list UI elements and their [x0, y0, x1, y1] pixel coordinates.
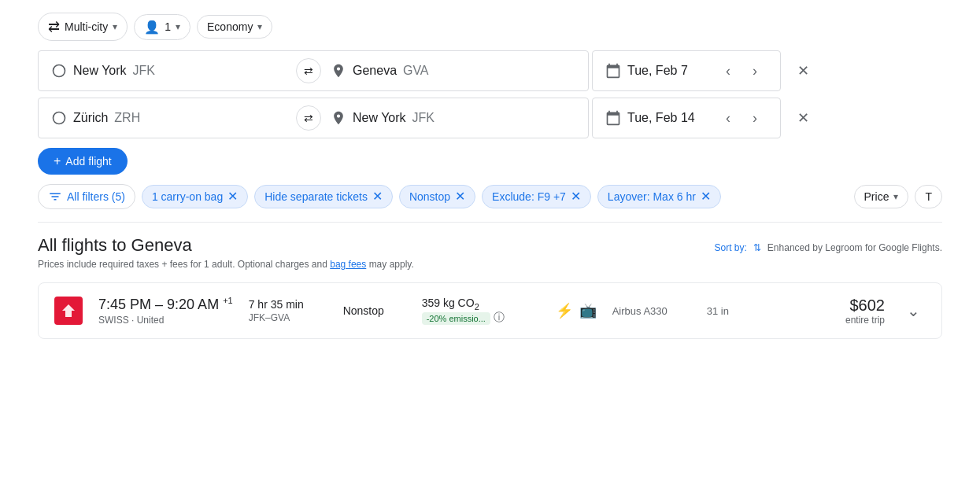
passengers-selector[interactable]: 👤 1 ▾	[134, 14, 190, 40]
stops-text-0: Nonstop	[343, 304, 406, 317]
flight-card-0[interactable]: 7:45 PM – 9:20 AM +1 SWISS · United 7 hr…	[38, 282, 942, 339]
expand-flight-0[interactable]: ⌄	[900, 298, 926, 323]
filter-chip-4[interactable]: Layover: Max 6 hr ✕	[597, 185, 721, 208]
results-header: All flights to Geneva Prices include req…	[38, 235, 942, 279]
chip-label-3: Exclude: F9 +7	[492, 190, 566, 203]
route-inputs-1: New York JFK ⇄ Geneva GVA	[38, 50, 589, 91]
swiss-cross-icon	[57, 300, 80, 322]
swap-icon: ⇄	[48, 18, 60, 35]
airline-logo-0	[54, 297, 83, 325]
filter-chip-1[interactable]: Hide separate tickets ✕	[254, 185, 393, 208]
bag-fees-link[interactable]: bag fees	[330, 259, 366, 270]
origin-city-2: Zürich ZRH	[73, 111, 140, 125]
filter-chip-0[interactable]: 1 carry-on bag ✕	[142, 185, 248, 208]
trip-type-selector[interactable]: ⇄ Multi-city ▾	[38, 13, 128, 41]
passengers-label: 1	[165, 20, 171, 33]
flight-times-0: 7:45 PM – 9:20 AM +1 SWISS · United	[98, 296, 233, 326]
sort-label: Price	[864, 190, 889, 203]
date-next-2[interactable]: ›	[742, 105, 767, 131]
date-value-2: Tue, Feb 14	[627, 111, 709, 125]
seat-width-0: 31 in	[707, 305, 738, 317]
day-offset-0: +1	[223, 296, 233, 305]
svg-point-1	[54, 112, 65, 124]
truncated-filter[interactable]: T	[915, 185, 942, 208]
filter-chip-3[interactable]: Exclude: F9 +7 ✕	[482, 185, 591, 208]
chevron-down-icon: ▾	[257, 21, 262, 32]
add-flight-button[interactable]: + Add flight	[38, 148, 128, 175]
filter-chip-2[interactable]: Nonstop ✕	[399, 185, 475, 208]
svg-point-0	[54, 65, 65, 77]
destination-input-1[interactable]: Geneva GVA	[309, 51, 588, 90]
chip-close-3[interactable]: ✕	[571, 190, 581, 203]
flight-amenities-0: ⚡ 📺	[556, 302, 597, 319]
date-prev-2[interactable]: ‹	[716, 105, 741, 131]
truncated-label: T	[925, 190, 932, 203]
results-subtitle: Prices include required taxes + fees for…	[38, 259, 414, 270]
remove-route-2[interactable]: ✕	[790, 105, 815, 131]
chip-close-2[interactable]: ✕	[455, 190, 465, 203]
cabin-class-label: Economy	[207, 20, 253, 33]
chip-close-1[interactable]: ✕	[372, 190, 383, 203]
sort-button[interactable]: Price ▾	[854, 185, 909, 208]
swiss-air-logo	[54, 297, 83, 325]
chip-label-2: Nonstop	[409, 190, 450, 203]
destination-input-2[interactable]: New York JFK	[309, 98, 588, 138]
search-row-2: Zürich ZRH ⇄ New York JFK	[38, 98, 942, 138]
circle-icon	[51, 63, 67, 79]
pin-icon	[331, 63, 346, 79]
cabin-class-selector[interactable]: Economy ▾	[197, 15, 272, 39]
remove-route-1[interactable]: ✕	[790, 58, 815, 83]
date-input-2[interactable]: Tue, Feb 14 ‹ ›	[592, 98, 781, 138]
chevron-down-icon: ⌄	[907, 301, 920, 320]
sort-by-text: Sort by:	[715, 242, 747, 253]
swap-button-2[interactable]: ⇄	[296, 105, 321, 131]
results-section: All flights to Geneva Prices include req…	[0, 223, 980, 339]
date-next-1[interactable]: ›	[742, 58, 767, 83]
circle-icon	[51, 110, 67, 126]
plus-icon: +	[54, 154, 61, 168]
results-title: All flights to Geneva	[38, 235, 414, 256]
add-flight-label: Add flight	[65, 155, 111, 168]
flight-emissions-0: 359 kg CO2 -20% emissio... ⓘ	[422, 297, 524, 326]
co2-text-0: 359 kg CO2	[422, 297, 524, 311]
chip-close-0[interactable]: ✕	[227, 190, 238, 203]
origin-input-1[interactable]: New York JFK	[39, 51, 309, 90]
emissions-row-0: -20% emissio... ⓘ	[422, 311, 524, 325]
chevron-down-icon: ▾	[113, 21, 117, 32]
all-filters-label: All filters (5)	[67, 190, 125, 203]
all-filters-button[interactable]: All filters (5)	[38, 184, 135, 209]
chip-close-4[interactable]: ✕	[701, 190, 711, 203]
date-nav-2: ‹ ›	[716, 105, 767, 131]
search-rows: New York JFK ⇄ Geneva GVA	[0, 50, 980, 138]
duration-text-0: 7 hr 35 min	[249, 298, 327, 311]
flight-stops-0: Nonstop	[343, 304, 406, 317]
chevron-down-icon: ▾	[176, 21, 180, 32]
route-inputs-2: Zürich ZRH ⇄ New York JFK	[38, 98, 589, 138]
emissions-badge-0: -20% emissio...	[422, 312, 490, 325]
info-icon-0[interactable]: ⓘ	[494, 311, 505, 325]
sort-arrows-icon[interactable]: ⇅	[753, 242, 761, 253]
chip-label-0: 1 carry-on bag	[152, 190, 223, 203]
swap-button-1[interactable]: ⇄	[296, 58, 321, 83]
trip-type-label: Multi-city	[65, 20, 108, 33]
swap-icon: ⇄	[304, 112, 313, 124]
chevron-down-icon: ▾	[893, 191, 898, 202]
search-row-1: New York JFK ⇄ Geneva GVA	[38, 50, 942, 91]
person-icon: 👤	[144, 20, 160, 35]
enhanced-label: Enhanced by Legroom for Google Flights.	[767, 242, 942, 253]
date-value-1: Tue, Feb 7	[627, 64, 709, 78]
calendar-icon	[605, 63, 621, 79]
date-input-1[interactable]: Tue, Feb 7 ‹ ›	[592, 50, 781, 91]
filter-icon	[48, 190, 62, 204]
date-prev-1[interactable]: ‹	[716, 58, 741, 83]
route-text-0: JFK–GVA	[249, 312, 327, 323]
results-title-group: All flights to Geneva Prices include req…	[38, 235, 414, 279]
origin-input-2[interactable]: Zürich ZRH	[39, 98, 309, 138]
airlines-label-0: SWISS · United	[98, 315, 233, 326]
filters-bar: All filters (5) 1 carry-on bag ✕ Hide se…	[0, 175, 980, 209]
chip-label-4: Layover: Max 6 hr	[608, 190, 696, 203]
price-sub-0: entire trip	[845, 315, 885, 326]
aircraft-info-0: Airbus A330	[612, 305, 691, 317]
origin-city-1: New York JFK	[73, 64, 155, 78]
sort-info: Sort by: ⇅ Enhanced by Legroom for Googl…	[715, 242, 943, 253]
